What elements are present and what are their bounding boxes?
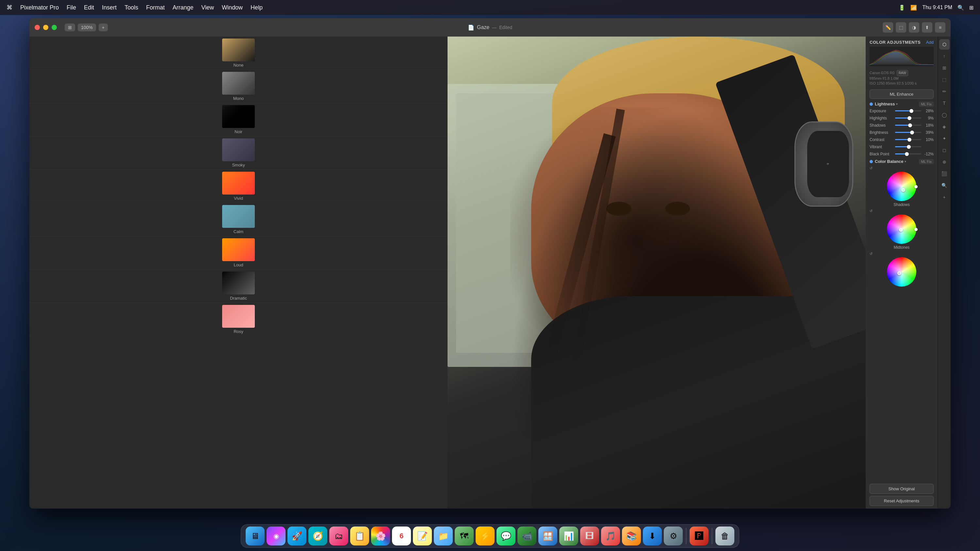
tool-gradient[interactable]: ◈ bbox=[939, 121, 950, 132]
highlights-color-wheel[interactable] bbox=[887, 257, 916, 287]
dock-icon-trash[interactable]: 🗑 bbox=[715, 527, 734, 545]
dock-icon-ml[interactable]: ⚡ bbox=[476, 527, 495, 545]
brightness-thumb[interactable] bbox=[910, 130, 914, 135]
more-btn[interactable]: ≡ bbox=[935, 22, 945, 33]
dock-icon-settings[interactable]: ⚙ bbox=[664, 527, 683, 545]
fullscreen-button[interactable] bbox=[52, 25, 57, 30]
dock-icon-stickies[interactable]: 📋 bbox=[350, 527, 369, 545]
dock-icon-launchpad[interactable]: 🚀 bbox=[288, 527, 306, 545]
view-toggle-btn[interactable]: ⊞ bbox=[65, 24, 75, 31]
zoom-display[interactable]: 100% bbox=[78, 24, 96, 31]
tool-paint[interactable]: ✏ bbox=[939, 86, 950, 97]
dock-icon-keynote[interactable]: 🎞 bbox=[580, 527, 599, 545]
dock-icon-facetime[interactable]: 📹 bbox=[517, 527, 536, 545]
contrast-track[interactable] bbox=[895, 139, 921, 140]
zoom-add-btn[interactable]: + bbox=[99, 24, 108, 31]
dock-icon-numbers[interactable]: 📊 bbox=[559, 527, 578, 545]
tool-zoom[interactable]: 🔍 bbox=[939, 180, 950, 191]
dock-icon-appstore[interactable]: ⬇ bbox=[643, 527, 662, 545]
tool-select[interactable]: ⬚ bbox=[939, 75, 950, 85]
lightness-ml-fix[interactable]: ML Fix bbox=[919, 102, 934, 107]
tool-type[interactable]: T bbox=[939, 98, 950, 108]
color-balance-title[interactable]: Color Balance bbox=[875, 159, 903, 164]
preset-calm[interactable]: Calm bbox=[29, 203, 447, 236]
menu-help[interactable]: Help bbox=[251, 4, 262, 11]
tool-arrow[interactable]: ↑ bbox=[939, 51, 950, 61]
apple-menu[interactable]: ⌘ bbox=[6, 4, 13, 11]
control-center-icon[interactable]: ⊞ bbox=[969, 5, 974, 11]
menu-edit[interactable]: Edit bbox=[84, 4, 94, 11]
dock-icon-notes[interactable]: 📝 bbox=[413, 527, 432, 545]
menu-app[interactable]: Pixelmator Pro bbox=[20, 4, 59, 11]
adjust-tool-btn[interactable]: ◑ bbox=[909, 22, 919, 33]
preset-none[interactable]: None bbox=[29, 37, 447, 70]
highlights-wheel-dot[interactable] bbox=[897, 271, 901, 275]
midtones-reset-icon[interactable]: ↺ bbox=[870, 209, 872, 213]
preset-vivid[interactable]: Vivid bbox=[29, 170, 447, 203]
menu-tools[interactable]: Tools bbox=[124, 4, 138, 11]
preset-noir[interactable]: Noir bbox=[29, 103, 447, 137]
dock-icon-photos[interactable]: 🌸 bbox=[371, 527, 390, 545]
shadows-thumb[interactable] bbox=[908, 123, 912, 127]
canvas-area[interactable]: ⟳ bbox=[447, 37, 865, 508]
tool-color-picker[interactable]: ⊕ bbox=[939, 157, 950, 167]
preset-mono[interactable]: Mono bbox=[29, 70, 447, 103]
menu-file[interactable]: File bbox=[67, 4, 76, 11]
dock-icon-siri[interactable]: ◉ bbox=[267, 527, 285, 545]
shadows-color-wheel[interactable] bbox=[887, 172, 916, 201]
exposure-track[interactable] bbox=[895, 110, 921, 111]
tool-repair[interactable]: ✦ bbox=[939, 133, 950, 144]
dock-icon-messages[interactable]: 💬 bbox=[496, 527, 515, 545]
dock-icon-windows[interactable]: 🪟 bbox=[538, 527, 557, 545]
dock-icon-safari[interactable]: 🧭 bbox=[309, 527, 327, 545]
dock-icon-calendar[interactable]: 6 bbox=[392, 527, 411, 545]
exposure-thumb[interactable] bbox=[910, 109, 913, 113]
minimize-button[interactable] bbox=[43, 25, 48, 30]
midtones-wheel-dot[interactable] bbox=[899, 228, 903, 232]
blackpoint-thumb[interactable] bbox=[905, 152, 909, 156]
tool-zoom-add[interactable]: + bbox=[939, 192, 950, 202]
shadows-reset-icon[interactable]: ↺ bbox=[870, 166, 872, 170]
dock-icon-maps[interactable]: 🗺 bbox=[455, 527, 474, 545]
highlights-track[interactable] bbox=[895, 118, 921, 119]
preset-smoky[interactable]: Smoky bbox=[29, 137, 447, 170]
share-btn[interactable]: ⬆ bbox=[922, 22, 932, 33]
search-icon[interactable]: 🔍 bbox=[958, 5, 964, 11]
menu-format[interactable]: Format bbox=[146, 4, 165, 11]
brightness-track[interactable] bbox=[895, 132, 921, 133]
color-balance-ml-fix[interactable]: ML Fix bbox=[919, 159, 934, 164]
contrast-thumb[interactable] bbox=[907, 138, 912, 142]
blackpoint-track[interactable] bbox=[895, 153, 921, 154]
tool-crop[interactable]: ⬛ bbox=[939, 168, 950, 179]
highlights-reset-icon[interactable]: ↺ bbox=[870, 252, 872, 256]
vibrant-track[interactable] bbox=[895, 146, 921, 147]
dock-icon-store[interactable]: 🗂 bbox=[329, 527, 348, 545]
crop-tool-btn[interactable]: ⬚ bbox=[896, 22, 906, 33]
midtones-color-wheel[interactable] bbox=[887, 214, 916, 244]
preset-rosy[interactable]: Rosy bbox=[29, 303, 447, 336]
tool-layers[interactable]: ⊞ bbox=[939, 63, 950, 73]
shadows-track[interactable] bbox=[895, 125, 921, 125]
paint-tool-btn[interactable]: ✏️ bbox=[883, 22, 893, 33]
tool-color-adj[interactable]: ⬡ bbox=[939, 39, 950, 49]
reset-adjustments-btn[interactable]: Reset Adjustments bbox=[870, 496, 934, 506]
tool-eraser[interactable]: ◻ bbox=[939, 145, 950, 156]
menu-insert[interactable]: Insert bbox=[102, 4, 117, 11]
vibrant-thumb[interactable] bbox=[907, 145, 911, 149]
dock-icon-books[interactable]: 📚 bbox=[622, 527, 641, 545]
preset-dramatic[interactable]: Dramatic bbox=[29, 270, 447, 303]
close-button[interactable] bbox=[35, 25, 40, 30]
lightness-title[interactable]: Lightness bbox=[875, 102, 895, 106]
dock-icon-finder[interactable]: 🖥 bbox=[246, 527, 265, 545]
tool-shape[interactable]: ◯ bbox=[939, 110, 950, 120]
shadows-wheel-dot[interactable] bbox=[901, 188, 905, 192]
menu-window[interactable]: Window bbox=[222, 4, 243, 11]
dock-icon-pixelmator[interactable]: 🅿 bbox=[690, 527, 708, 545]
ml-enhance-btn[interactable]: ML Enhance bbox=[870, 89, 934, 99]
dock-icon-files[interactable]: 📁 bbox=[434, 527, 453, 545]
menu-view[interactable]: View bbox=[201, 4, 214, 11]
preset-loud[interactable]: Loud bbox=[29, 236, 447, 270]
show-original-btn[interactable]: Show Original bbox=[870, 484, 934, 494]
adj-add-btn[interactable]: Add bbox=[926, 40, 934, 45]
highlights-thumb[interactable] bbox=[907, 116, 912, 120]
